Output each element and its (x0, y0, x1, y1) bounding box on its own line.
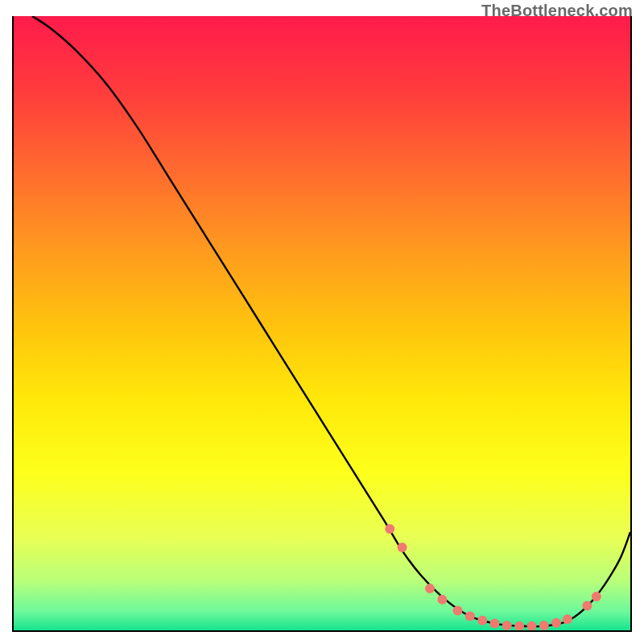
plot-area (12, 16, 632, 632)
marker-dot (437, 595, 447, 605)
marker-dot (453, 606, 463, 616)
chart-container: TheBottleneck.com (0, 0, 644, 644)
marker-dot (465, 611, 475, 621)
marker-dot (551, 618, 561, 628)
marker-dot (398, 543, 407, 552)
marker-dot (477, 616, 487, 625)
background-gradient (14, 16, 630, 630)
marker-dot (563, 614, 572, 624)
marker-dot (592, 592, 601, 601)
marker-dot (582, 601, 592, 610)
marker-dot (425, 584, 435, 593)
plot-svg (14, 16, 630, 630)
marker-dot (385, 524, 394, 534)
marker-dot (502, 621, 512, 630)
marker-dot (539, 621, 549, 630)
marker-dot (489, 619, 499, 629)
